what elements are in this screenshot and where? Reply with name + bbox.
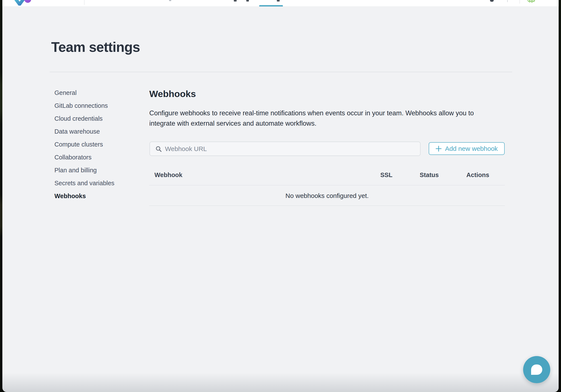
user-avatar[interactable] (527, 0, 536, 3)
column-header-ssl: SSL (380, 172, 392, 179)
settings-sidebar: General GitLab connections Cloud credent… (54, 86, 136, 202)
sidebar-item-webhooks[interactable]: Webhooks (54, 190, 136, 202)
nav-divider (84, 0, 85, 5)
sidebar-item-gitlab-connections[interactable]: GitLab connections (54, 99, 136, 112)
add-webhook-button-label: Add new webhook (445, 145, 498, 152)
top-nav-bar (2, 0, 559, 7)
sidebar-item-compute-clusters[interactable]: Compute clusters (54, 138, 136, 151)
add-webhook-button[interactable]: Add new webhook (429, 142, 505, 155)
webhook-search-input[interactable] (165, 142, 414, 155)
sidebar-item-collaborators[interactable]: Collaborators (54, 151, 136, 164)
nav-icon-fragment[interactable] (490, 0, 494, 2)
column-header-actions: Actions (466, 172, 489, 179)
column-header-webhook: Webhook (154, 172, 183, 179)
nav-divider (519, 0, 520, 4)
table-footer-divider (149, 206, 505, 206)
nav-tab-fragment[interactable] (169, 0, 171, 1)
webhook-search-box (150, 142, 421, 156)
table-empty-state: No webhooks configured yet. (149, 192, 505, 199)
plus-icon (436, 146, 442, 152)
app-logo-icon[interactable] (11, 0, 32, 6)
section-title: Webhooks (149, 89, 196, 99)
app-window: Team settings General GitLab connections… (2, 0, 559, 392)
sidebar-item-secrets-and-variables[interactable]: Secrets and variables (54, 177, 136, 190)
sidebar-item-general[interactable]: General (54, 86, 136, 99)
sidebar-item-plan-and-billing[interactable]: Plan and billing (54, 164, 136, 177)
section-description: Configure webhooks to receive real-time … (149, 108, 501, 129)
nav-tab-fragment[interactable] (277, 0, 280, 1)
chat-widget-button[interactable] (523, 356, 550, 383)
title-divider (50, 72, 512, 72)
nav-tab-fragment[interactable] (246, 0, 249, 1)
nav-icon-fragment (507, 0, 508, 2)
bottom-fade (2, 373, 559, 392)
sidebar-item-cloud-credentials[interactable]: Cloud credentials (54, 112, 136, 125)
search-icon (156, 146, 162, 152)
page-title: Team settings (51, 39, 140, 55)
table-header-divider (149, 185, 505, 185)
nav-active-tab-indicator[interactable] (259, 5, 283, 6)
chat-bubble-icon (531, 364, 542, 375)
column-header-status: Status (420, 172, 439, 179)
sidebar-item-data-warehouse[interactable]: Data warehouse (54, 125, 136, 138)
nav-tab-fragment[interactable] (234, 0, 237, 1)
